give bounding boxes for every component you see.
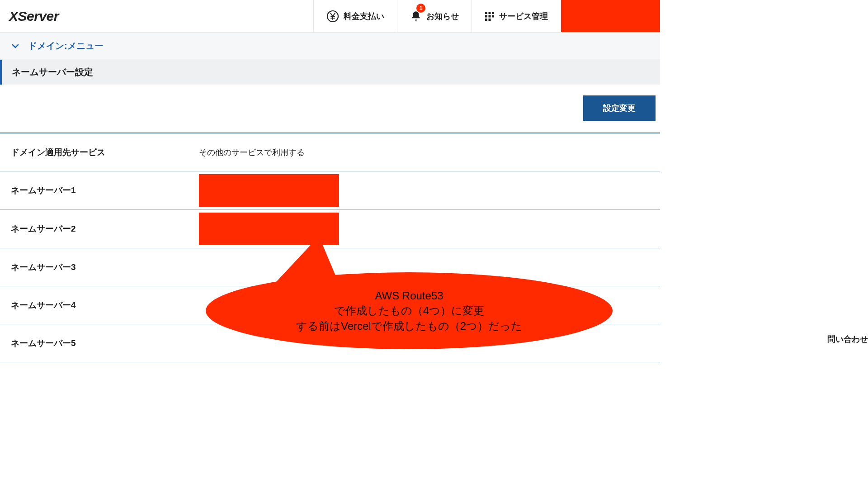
- svg-rect-1: [485, 12, 487, 14]
- row-ns1: ネームサーバー1: [0, 171, 660, 210]
- row-ns3-label: ネームサーバー3: [0, 261, 199, 273]
- row-ns1-label: ネームサーバー1: [0, 185, 199, 196]
- row-ns5: ネームサーバー5: [0, 324, 660, 362]
- header: XServer 料金支払い 1 お知らせ: [0, 0, 660, 33]
- row-ns1-value: [199, 171, 660, 209]
- nav-notice-label: お知らせ: [426, 11, 459, 22]
- row-service: ドメイン適用先サービス その他のサービスで利用する: [0, 133, 660, 171]
- svg-rect-7: [485, 19, 487, 21]
- breadcrumb[interactable]: ドメイン:メニュー: [0, 33, 660, 60]
- change-settings-button[interactable]: 設定変更: [583, 95, 656, 121]
- grid-icon: [485, 11, 495, 21]
- svg-rect-2: [489, 12, 491, 14]
- yen-icon: [326, 10, 339, 23]
- page-title-text: ネームサーバー設定: [12, 67, 93, 77]
- row-ns4: ネームサーバー4: [0, 286, 660, 324]
- page-title: ネームサーバー設定: [0, 60, 660, 85]
- nav-notice[interactable]: 1 お知らせ: [397, 0, 472, 32]
- nav-account-redacted[interactable]: [561, 0, 660, 32]
- breadcrumb-label: ドメイン:メニュー: [28, 40, 104, 52]
- notice-badge: 1: [416, 4, 425, 13]
- svg-rect-6: [492, 15, 494, 17]
- svg-rect-3: [492, 12, 494, 14]
- nav-payment[interactable]: 料金支払い: [313, 0, 397, 32]
- row-ns2: ネームサーバー2: [0, 210, 660, 248]
- row-service-value: その他のサービスで利用する: [199, 147, 660, 158]
- row-ns2-label: ネームサーバー2: [0, 223, 199, 235]
- redacted-value: [199, 174, 339, 207]
- svg-rect-8: [489, 19, 491, 21]
- logo-text: XServer: [9, 9, 59, 24]
- nav-service[interactable]: サービス管理: [472, 0, 561, 32]
- svg-rect-4: [485, 15, 487, 17]
- row-ns5-label: ネームサーバー5: [0, 337, 199, 349]
- row-service-label: ドメイン適用先サービス: [0, 147, 199, 158]
- nav-service-label: サービス管理: [499, 11, 548, 22]
- svg-rect-5: [489, 15, 491, 17]
- nav-payment-label: 料金支払い: [344, 11, 384, 22]
- row-ns3: ネームサーバー3: [0, 248, 660, 286]
- logo[interactable]: XServer: [0, 0, 313, 32]
- redacted-value: [199, 213, 339, 245]
- row-ns2-value: [199, 210, 660, 248]
- action-row: 設定変更: [0, 95, 660, 133]
- chevron-down-icon: [11, 42, 20, 51]
- row-ns4-label: ネームサーバー4: [0, 299, 199, 311]
